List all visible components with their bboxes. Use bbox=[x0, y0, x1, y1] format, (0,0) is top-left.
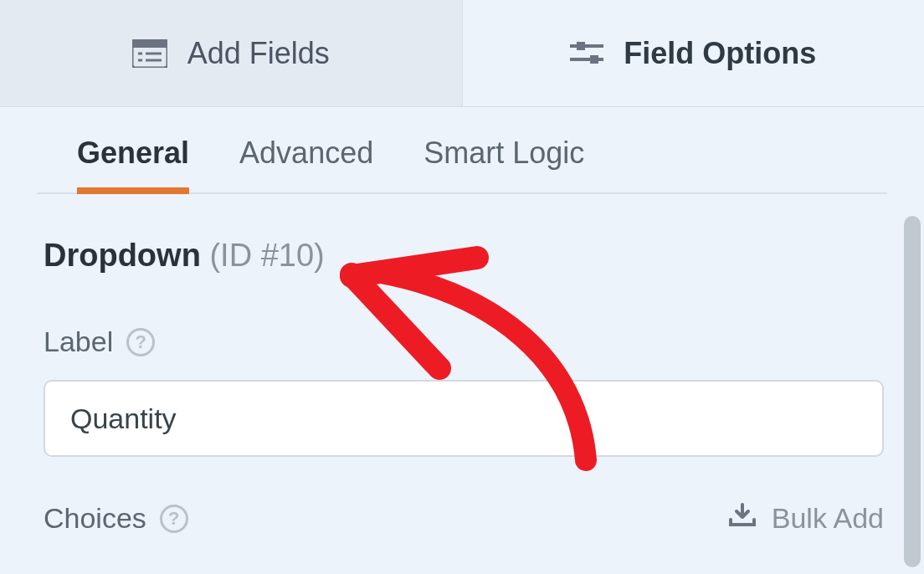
tab-field-options[interactable]: Field Options bbox=[463, 0, 925, 106]
field-options-panel: Dropdown (ID #10) Label ? Choices ? Bulk… bbox=[3, 194, 924, 535]
subtab-general[interactable]: General bbox=[77, 136, 189, 192]
bulk-add-label: Bulk Add bbox=[772, 502, 884, 535]
bulk-add-button[interactable]: Bulk Add bbox=[728, 502, 884, 535]
field-type-name: Dropdown bbox=[44, 238, 201, 273]
svg-rect-7 bbox=[577, 42, 585, 50]
label-row: Label ? bbox=[44, 325, 884, 358]
subtab-advanced[interactable]: Advanced bbox=[239, 136, 373, 192]
top-tabbar: Add Fields Field Options bbox=[0, 0, 924, 107]
svg-rect-9 bbox=[590, 55, 598, 64]
label-title: Label bbox=[44, 325, 113, 358]
list-icon bbox=[132, 39, 167, 68]
scrollbar-thumb[interactable] bbox=[904, 216, 921, 567]
choices-row: Choices ? Bulk Add bbox=[44, 502, 884, 535]
tab-add-fields[interactable]: Add Fields bbox=[0, 0, 463, 106]
help-icon[interactable]: ? bbox=[126, 328, 155, 356]
field-id: (ID #10) bbox=[209, 238, 324, 273]
field-type-heading: Dropdown (ID #10) bbox=[44, 238, 884, 274]
subtab-smart-logic[interactable]: Smart Logic bbox=[424, 136, 584, 192]
svg-rect-1 bbox=[132, 39, 167, 48]
tab-add-fields-label: Add Fields bbox=[187, 36, 330, 71]
download-icon bbox=[728, 502, 757, 535]
help-icon[interactable]: ? bbox=[160, 505, 188, 533]
scrollbar[interactable] bbox=[904, 216, 921, 567]
choices-title: Choices bbox=[44, 502, 146, 535]
subtab-bar: General Advanced Smart Logic bbox=[37, 107, 887, 194]
label-input[interactable] bbox=[44, 380, 884, 457]
sliders-icon bbox=[570, 39, 603, 68]
tab-field-options-label: Field Options bbox=[624, 36, 816, 71]
